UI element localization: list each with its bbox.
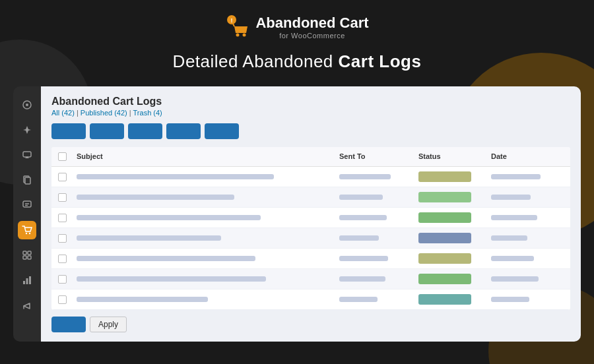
row-2-sent-to (339, 195, 418, 200)
action-btn-4[interactable] (166, 123, 201, 139)
svg-point-13 (26, 233, 27, 234)
row-6-sent-to (339, 276, 418, 282)
row-7-date (491, 297, 564, 302)
content-panel: Abandoned Cart Logs All (42) | Published… (41, 86, 581, 342)
sidebar-item-comments[interactable] (18, 146, 36, 164)
header-checkbox-col (58, 152, 77, 161)
svg-rect-17 (23, 256, 26, 259)
logo-title: Abandoned Cart (255, 15, 368, 32)
row-4-date (491, 235, 564, 241)
sidebar-item-products[interactable] (18, 246, 36, 264)
bottom-actions: Apply (51, 317, 570, 332)
table-row (51, 187, 570, 208)
table-row (51, 289, 570, 310)
row-5-status (418, 253, 491, 264)
row-1-subject[interactable] (77, 174, 339, 179)
action-btn-5[interactable] (205, 123, 239, 139)
row-checkbox-col (58, 173, 77, 181)
row-6-subject[interactable] (77, 276, 339, 282)
svg-rect-20 (26, 278, 28, 284)
svg-text:!: ! (231, 17, 233, 24)
select-all-checkbox[interactable] (58, 152, 67, 161)
sidebar-item-pages[interactable] (18, 171, 36, 189)
row-checkbox-col (58, 193, 77, 202)
svg-line-2 (233, 24, 234, 26)
filter-all[interactable]: All (42) (51, 109, 75, 117)
row-checkbox-col (58, 214, 77, 222)
row-checkbox-col (58, 295, 77, 304)
row-3-date (491, 215, 564, 220)
table-row (51, 208, 570, 228)
th-sent-to: Sent To (339, 152, 418, 161)
row-4-status (418, 233, 491, 243)
table-row (51, 269, 570, 289)
row-2-checkbox[interactable] (58, 193, 67, 202)
logo-icon: ! (225, 15, 250, 40)
row-3-subject[interactable] (77, 215, 339, 220)
row-1-date (491, 174, 564, 179)
table-row (51, 228, 570, 249)
logo-container: ! Abandoned Cart for WooCommerce (0, 15, 594, 40)
sidebar-item-marketing[interactable] (18, 296, 36, 315)
filter-trash[interactable]: Trash (4) (133, 109, 162, 117)
sidebar-item-cart[interactable] (18, 221, 36, 239)
svg-rect-18 (28, 256, 31, 259)
th-date: Date (491, 152, 564, 161)
row-6-checkbox[interactable] (58, 275, 67, 284)
main-wrapper: Abandoned Cart Logs All (42) | Published… (0, 86, 594, 342)
row-5-sent-to (339, 256, 418, 261)
row-4-subject[interactable] (77, 235, 339, 241)
sidebar-item-analytics[interactable] (18, 271, 36, 289)
apply-button[interactable]: Apply (90, 317, 127, 332)
sidebar (13, 86, 41, 342)
row-1-checkbox[interactable] (58, 173, 67, 181)
data-table: Subject Sent To Status Date (51, 147, 570, 310)
header: ! Abandoned Cart for WooCommerce Detaile… (0, 0, 594, 72)
svg-rect-7 (23, 152, 31, 157)
svg-point-14 (29, 233, 30, 234)
row-checkbox-col (58, 234, 77, 243)
sidebar-item-feedback[interactable] (18, 196, 36, 214)
row-1-status (418, 171, 491, 182)
table-row (51, 249, 570, 269)
svg-point-4 (243, 34, 246, 37)
row-3-status (418, 212, 491, 223)
action-buttons (51, 123, 570, 139)
action-btn-1[interactable] (51, 123, 86, 139)
row-6-date (491, 276, 564, 282)
sidebar-item-appearance[interactable] (18, 96, 36, 114)
action-btn-2[interactable] (90, 123, 124, 139)
svg-rect-19 (23, 281, 25, 284)
row-3-checkbox[interactable] (58, 214, 67, 222)
row-5-subject[interactable] (77, 256, 339, 261)
panel-subtitle: All (42) | Published (42) | Trash (4) (51, 109, 570, 117)
sidebar-item-pin[interactable] (18, 121, 36, 139)
row-7-checkbox[interactable] (58, 295, 67, 304)
bottom-select-button[interactable] (51, 317, 86, 332)
svg-rect-16 (28, 251, 31, 255)
row-7-status (418, 294, 491, 305)
row-5-checkbox[interactable] (58, 255, 67, 263)
row-7-subject[interactable] (77, 297, 339, 302)
page-title: Detailed Abandoned Cart Logs (0, 51, 594, 72)
row-7-sent-to (339, 297, 418, 302)
svg-point-3 (236, 34, 240, 37)
row-2-subject[interactable] (77, 195, 339, 200)
row-checkbox-col (58, 255, 77, 263)
action-btn-3[interactable] (128, 123, 162, 139)
table-row (51, 167, 570, 187)
svg-rect-9 (25, 177, 30, 184)
row-2-status (418, 192, 491, 202)
svg-rect-15 (23, 251, 26, 255)
row-checkbox-col (58, 275, 77, 284)
row-6-status (418, 274, 491, 284)
row-1-sent-to (339, 174, 418, 179)
filter-published[interactable]: Published (42) (81, 109, 127, 117)
row-4-sent-to (339, 235, 418, 241)
row-4-checkbox[interactable] (58, 234, 67, 243)
row-2-date (491, 195, 564, 200)
svg-rect-21 (29, 276, 31, 284)
panel-title: Abandoned Cart Logs (51, 96, 570, 107)
th-status: Status (418, 152, 491, 161)
logo-subtitle: for WooCommerce (255, 32, 368, 40)
